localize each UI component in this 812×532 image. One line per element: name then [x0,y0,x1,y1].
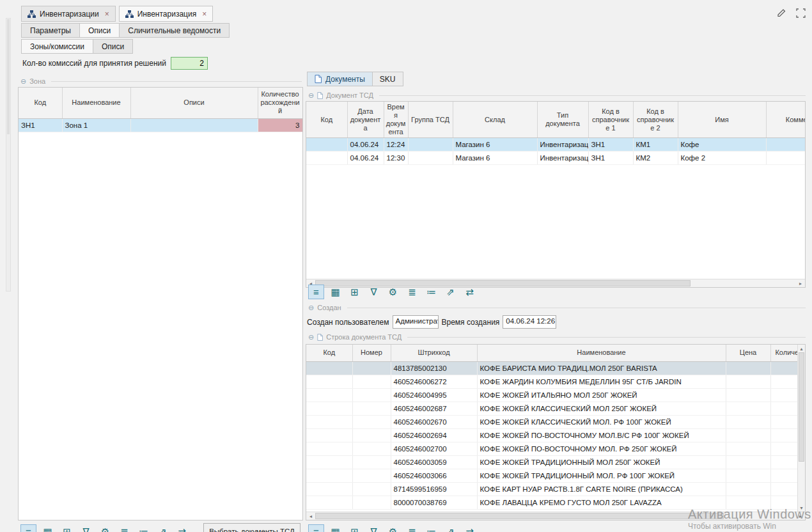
doc-tab-label: Инвентаризация [137,10,196,19]
tsd-line-row[interactable]: 4605246006272 КОФЕ ЖАРДИН КОЛУМБИЯ МЕДЕЛ… [306,375,797,388]
export-icon[interactable]: ⇗ [442,524,458,532]
column-header-opisi[interactable]: Описи [130,88,258,118]
list-view-icon[interactable]: ≡ [308,285,324,299]
collapse-icon[interactable]: ⊖ [308,304,314,311]
tab[interactable]: Параметры [21,23,80,38]
tab[interactable]: Зоны/комиссии [21,39,93,54]
tsd-line-row[interactable]: 4605246002670 КОФЕ ЖОКЕЙ КЛАССИЧЕСКИЙ МО… [306,415,797,428]
refresh-icon[interactable]: ⇄ [462,285,478,299]
tab[interactable]: Описи [93,39,133,54]
column-header-warehouse[interactable]: Склад [453,102,537,138]
column-header-date[interactable]: Дата документа [347,102,384,138]
list-view-icon[interactable]: ≡ [308,524,324,532]
group-divider [407,337,806,338]
scroll-up-arrow[interactable]: ▴ [798,345,805,352]
tab-documents[interactable]: Документы [307,72,373,86]
filter-icon[interactable]: ∇ [366,524,382,532]
scrollbar-track[interactable] [315,512,796,520]
tsd-line-row[interactable]: 4813785002130 КОФЕ БАРИСТА МИО ТРАДИЦ.МО… [306,361,797,375]
column-header-count[interactable]: Количество расхождений [258,88,302,118]
column-header-name[interactable]: Наименование [62,88,130,118]
filter-icon[interactable]: ∇ [366,285,382,299]
toolbar-glyph: ≣ [120,526,129,532]
list-view-icon[interactable]: ≡ [20,524,36,532]
created-by-label: Создан пользователем [307,318,389,327]
scroll-left-arrow[interactable]: ◂ [306,512,315,520]
calendar-view-icon[interactable]: ⊞ [59,524,75,532]
zone-group-header: ⊖ Зона [20,77,302,86]
commissions-input[interactable] [171,57,208,70]
refresh-icon[interactable]: ⇄ [462,524,478,532]
settings-gear-icon[interactable]: ⚙ [385,524,401,532]
tsd-doc-row[interactable]: 04.06.2412:24 Магазин 6Инвентаризация ЗН… [306,138,806,152]
column-header-time[interactable]: Время документа [384,102,408,138]
column-header-name[interactable]: Имя [678,102,766,138]
column-header-name[interactable]: Наименование [477,345,726,361]
created-by-field[interactable]: Администратор [393,315,439,329]
created-time-field[interactable]: 04.06.24 12:26 [503,315,556,329]
tsd-line-row[interactable]: 8714599516959 КОФЕ КАРТ НУАР РАСТВ.1.8Г … [306,482,797,496]
left-scrollbar[interactable] [6,18,11,292]
tsd-line-row[interactable]: 4605246002700 КОФЕ ЖОКЕЙ ПО-ВОСТОЧНОМУ М… [306,442,797,455]
column-header-code[interactable]: Код [19,88,62,118]
export-icon[interactable]: ⇗ [442,285,458,299]
tsd-line-row[interactable]: 4605246002694 КОФЕ ЖОКЕЙ ПО-ВОСТОЧНОМУ М… [306,428,797,442]
numbered-list-icon[interactable]: ≣ [116,524,132,532]
tab[interactable]: Описи [80,23,120,38]
tab[interactable]: Сличительные ведомости [120,23,230,38]
zone-row[interactable]: ЗН1 Зона 1 3 [19,118,302,132]
doc-tab[interactable]: Инвентаризация × [119,6,213,22]
tsd-line-row[interactable]: 8000070038769 КОФЕ ЛАВАЦЦА КРЕМО ГУСТО М… [306,496,797,509]
collapse-icon[interactable]: ⊖ [20,78,26,85]
collapse-icon[interactable]: ⊖ [308,334,314,341]
list-add-icon[interactable]: ≔ [136,524,152,532]
column-header-code[interactable]: Код [306,102,347,138]
vertical-scrollbar[interactable]: ▴ ▾ [797,345,805,512]
scroll-right-arrow[interactable]: ▸ [796,279,805,287]
close-icon[interactable]: × [202,10,207,19]
grid-view-icon[interactable]: ▦ [327,524,343,532]
close-icon[interactable]: × [105,10,109,19]
grid-view-icon[interactable]: ▦ [40,524,56,532]
scroll-right-arrow[interactable]: ▸ [796,512,805,520]
numbered-list-icon[interactable]: ≣ [404,285,420,299]
horizontal-scrollbar[interactable]: ◂ ▸ [306,512,805,520]
select-tsd-docs-button[interactable]: Выбрать документы ТСД [203,523,301,532]
column-header-qty[interactable]: Количество [770,345,797,361]
calendar-view-icon[interactable]: ⊞ [347,285,363,299]
settings-gear-icon[interactable]: ⚙ [385,285,401,299]
column-header-price[interactable]: Цена [726,345,770,361]
fullscreen-icon[interactable] [796,8,806,18]
tsd-doc-row[interactable]: 04.06.2412:30 Магазин 6Инвентаризация ЗН… [306,152,806,165]
scrollbar-thumb[interactable] [799,352,804,462]
column-header-comment[interactable]: Комментарий [766,102,806,138]
tab-sku[interactable]: SKU [373,72,403,86]
grid-view-icon[interactable]: ▦ [327,285,343,299]
tsd-line-row[interactable]: 4605246004995 КОФЕ ЖОКЕЙ ИТАЛЬЯНО МОЛ 25… [306,388,797,402]
scrollbar-thumb[interactable] [315,513,724,519]
numbered-list-icon[interactable]: ≣ [404,524,420,532]
tsd-line-row[interactable]: 4605246003059 КОФЕ ЖОКЕЙ ТРАДИЦИОННЫЙ МО… [306,455,797,469]
scroll-down-arrow[interactable]: ▾ [798,504,805,512]
column-header-code[interactable]: Код [306,345,352,361]
scrollbar-track[interactable] [798,352,805,504]
scrollbar-thumb[interactable] [7,19,10,134]
settings-gear-icon[interactable]: ⚙ [97,524,113,532]
list-add-icon[interactable]: ≔ [423,524,439,532]
tsd-line-row[interactable]: 4605246002687 КОФЕ ЖОКЕЙ КЛАССИЧЕСКИЙ МО… [306,402,797,415]
calendar-view-icon[interactable]: ⊞ [347,524,363,532]
filter-icon[interactable]: ∇ [78,524,94,532]
column-header-doc-type[interactable]: Тип документа [537,102,588,138]
refresh-icon[interactable]: ⇄ [174,524,190,532]
list-add-icon[interactable]: ≔ [423,285,439,299]
export-icon[interactable]: ⇗ [155,524,171,532]
collapse-icon[interactable]: ⊖ [308,92,314,99]
doc-tab[interactable]: Инвентаризации × [21,6,116,22]
column-header-number[interactable]: Номер [352,345,391,361]
column-header-ref2[interactable]: Код в справочнике 2 [633,102,678,138]
edit-pencil-icon[interactable] [777,8,787,18]
column-header-tsd-group[interactable]: Группа ТСД [408,102,453,138]
column-header-barcode[interactable]: Штрихкод [391,345,477,361]
column-header-ref1[interactable]: Код в справочнике 1 [588,102,633,138]
tsd-line-row[interactable]: 4605246003066 КОФЕ ЖОКЕЙ ТРАДИЦИОННЫЙ МО… [306,469,797,482]
